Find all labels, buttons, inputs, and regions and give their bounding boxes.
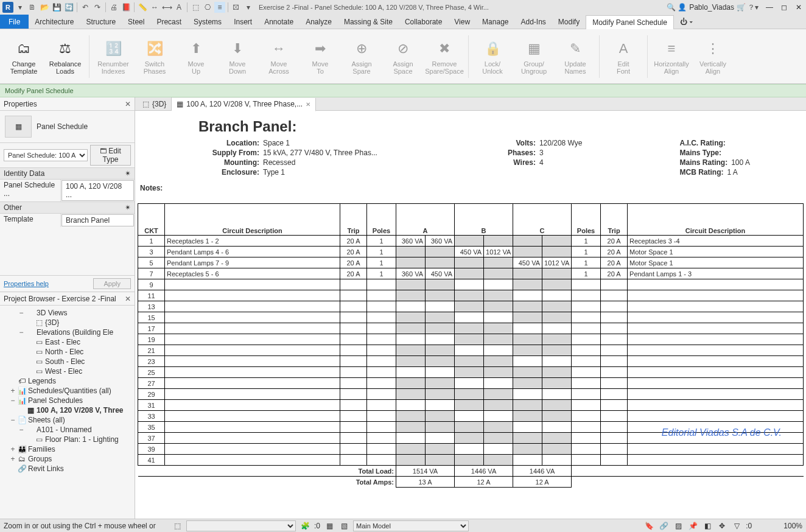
menu-view[interactable]: View [448, 15, 476, 29]
menu-collaborate[interactable]: Collaborate [399, 15, 448, 29]
close-hidden-icon[interactable]: ⛝ [231, 2, 242, 13]
open-icon[interactable]: 📂 [39, 2, 50, 13]
tree-east-elec[interactable]: ▭East - Elec [1, 337, 133, 347]
measure-icon[interactable]: 📏 [137, 2, 148, 13]
align-icon[interactable]: ↔ [149, 2, 160, 13]
filter-icon[interactable]: ▽ [731, 520, 742, 531]
editable-icon[interactable]: ▦ [324, 520, 335, 531]
ribbon-change-template-button[interactable]: 🗂ChangeTemplate [5, 31, 43, 82]
table-row[interactable]: 29 [138, 389, 804, 400]
maximize-icon[interactable]: ◻ [779, 3, 789, 12]
table-row[interactable]: 35 [138, 422, 804, 433]
table-row[interactable]: 1Receptacles 1 - 220 A1360 VA360 VA120 A… [138, 236, 804, 247]
ribbon-rebalance-loads-button[interactable]: ⚖RebalanceLoads [46, 31, 84, 82]
table-row[interactable]: 7Receptacles 5 - 620 A1360 VA450 VA120 A… [138, 268, 804, 279]
menu-insert[interactable]: Insert [228, 15, 258, 29]
table-row[interactable]: 33 [138, 411, 804, 422]
text-icon[interactable]: A [173, 2, 184, 13]
sel-filter-icon[interactable]: 🔖 [643, 520, 654, 531]
drag-icon[interactable]: ✥ [717, 520, 727, 531]
table-row[interactable]: 23 [138, 356, 804, 367]
tree-revit-links[interactable]: 🔗Revit Links [1, 464, 133, 474]
worksets-icon[interactable]: 🧩 [300, 520, 310, 531]
tree-panel-schedules[interactable]: −📊Panel Schedules [1, 396, 133, 405]
sel-face-icon[interactable]: ◧ [702, 520, 713, 531]
panel-schedule-canvas[interactable]: Branch Panel: Location:Space 1Supply Fro… [135, 111, 806, 519]
tree-elevations-building-ele[interactable]: −Elevations (Building Ele [1, 327, 133, 337]
cart-icon[interactable]: 🛒 [735, 2, 746, 13]
new-icon[interactable]: 🗎 [27, 2, 38, 13]
menu-massing-site[interactable]: Massing & Site [338, 15, 399, 29]
table-row[interactable]: 13 [138, 301, 804, 312]
menu-structure[interactable]: Structure [80, 15, 122, 29]
tab-100-a-120-v-208-v-three-phase-[interactable]: ▦100 A, 120 V/208 V, Three Phase,...✕ [172, 98, 316, 111]
prop-section-other[interactable]: Other✴ [0, 201, 135, 214]
menu-modify-panel-schedule[interactable]: Modify Panel Schedule [586, 15, 674, 29]
model-selector[interactable]: Main Model [353, 520, 469, 531]
tab-close-icon[interactable]: ✕ [306, 101, 310, 108]
menu-precast[interactable]: Precast [150, 15, 187, 29]
3d-icon[interactable]: ⬚ [190, 2, 201, 13]
tree-100-a-120-v-208-v-three[interactable]: ▦100 A, 120 V/208 V, Three [1, 405, 133, 415]
dim-icon[interactable]: ⟷ [161, 2, 172, 13]
menu-systems[interactable]: Systems [187, 15, 228, 29]
tree-west-elec[interactable]: ▭West - Elec [1, 366, 133, 376]
table-row[interactable]: 25 [138, 367, 804, 378]
close-window-icon[interactable]: ✕ [794, 3, 804, 12]
edit-type-button[interactable]: 🗔 Edit Type [90, 145, 131, 166]
browser-close-icon[interactable]: ✕ [125, 295, 131, 303]
user-account[interactable]: 👤 Pablo_Viadas [678, 3, 734, 12]
search-icon[interactable]: 🔍 [665, 2, 676, 13]
table-row[interactable]: 21 [138, 345, 804, 356]
tree--3d-[interactable]: ⬚{3D} [1, 318, 133, 327]
table-row[interactable]: 27 [138, 378, 804, 389]
menu-architecture[interactable]: Architecture [29, 15, 80, 29]
qa-menu-icon[interactable]: ▾ [15, 2, 26, 13]
menu-annotate[interactable]: Annotate [258, 15, 300, 29]
design-options-icon[interactable]: ▧ [338, 520, 349, 531]
tree-south-elec[interactable]: ▭South - Elec [1, 357, 133, 366]
tree-legends[interactable]: 🏷Legends [1, 376, 133, 386]
tree-a101-unnamed[interactable]: −A101 - Unnamed [1, 425, 133, 435]
table-row[interactable]: 19 [138, 334, 804, 345]
minimize-icon[interactable]: — [765, 3, 774, 12]
undo-icon[interactable]: ↶ [80, 2, 91, 13]
select-icon[interactable]: ⬚ [172, 520, 183, 531]
tree-groups[interactable]: +🗂Groups [1, 454, 133, 464]
tree-sheets-all-[interactable]: −📄Sheets (all) [1, 415, 133, 425]
sync-icon[interactable]: 🔄 [63, 2, 74, 13]
properties-close-icon[interactable]: ✕ [125, 100, 131, 108]
table-row[interactable]: 5Pendant Lamps 7 - 920 A1450 VA1012 VA12… [138, 257, 804, 268]
sel-pinned-icon[interactable]: 📌 [687, 520, 698, 531]
tree-families[interactable]: +👪Families [1, 444, 133, 454]
help-icon[interactable]: ？▾ [748, 2, 759, 13]
prop-section-identity-data[interactable]: Identity Data✴ [0, 167, 135, 180]
menu-file[interactable]: File [0, 15, 29, 29]
save-icon[interactable]: 💾 [51, 2, 62, 13]
menu-steel[interactable]: Steel [122, 15, 150, 29]
schedule-table[interactable]: CKTCircuit DescriptionTripPolesABCPolesT… [138, 203, 804, 488]
table-row[interactable]: 39 [138, 444, 804, 455]
thin-lines-icon[interactable]: ≡ [214, 2, 225, 13]
print-icon[interactable]: 🖨 [108, 2, 119, 13]
section-icon[interactable]: ⎔ [202, 2, 213, 13]
menu-addins-ext[interactable]: ⏻ ▾ [674, 15, 699, 29]
redo-icon[interactable]: ↷ [92, 2, 103, 13]
menu-modify[interactable]: Modify [552, 15, 586, 29]
tree-floor-plan-1-lighting[interactable]: ▭Floor Plan: 1 - Lighting [1, 435, 133, 444]
table-row[interactable]: 41 [138, 455, 804, 466]
tab--3d-[interactable]: ⬚{3D} [138, 97, 172, 111]
table-row[interactable]: 3Pendant Lamps 4 - 620 A1450 VA1012 VA12… [138, 247, 804, 257]
menu-add-ins[interactable]: Add-Ins [514, 15, 552, 29]
table-row[interactable]: 17 [138, 323, 804, 334]
switch-win-icon[interactable]: ▾ [243, 2, 254, 13]
pdf-icon[interactable]: 📕 [121, 2, 131, 13]
table-row[interactable]: 9 [138, 279, 804, 290]
tree-schedules-quantities-all-[interactable]: +📊Schedules/Quantities (all) [1, 386, 133, 396]
tree-3d-views[interactable]: −3D Views [1, 308, 133, 318]
properties-help-link[interactable]: Properties help [4, 280, 49, 287]
table-row[interactable]: 31 [138, 400, 804, 411]
table-row[interactable]: 37 [138, 433, 804, 444]
instance-selector[interactable]: Panel Schedule: 100 A [4, 149, 88, 161]
sel-underlay-icon[interactable]: ▨ [673, 520, 684, 531]
